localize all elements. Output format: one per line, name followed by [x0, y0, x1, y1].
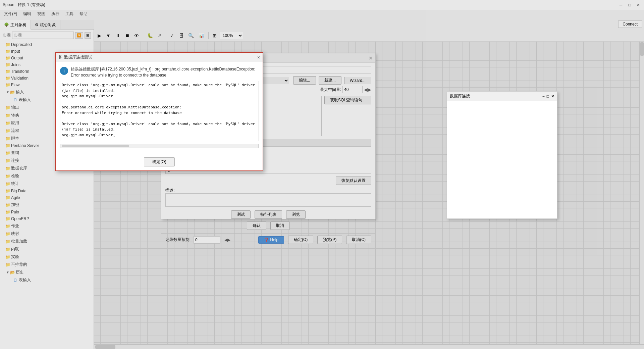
db-connection-dialog: 数据库连接 − □ ✕ [447, 91, 557, 219]
db-test-dialog: 🗄 数据库连接测试 × i 错误连接数据库 [@172.16.200.35,ju… [55, 52, 263, 171]
db-conn-content [451, 105, 553, 212]
db-test-exception1: org.pentaho.di.core.exception.KettleData… [62, 105, 257, 138]
db-test-title-text: 数据库连接测试 [64, 54, 92, 60]
db-conn-min-btn[interactable]: − [542, 94, 545, 99]
db-conn-body [447, 101, 557, 216]
horizontal-scrollbar[interactable] [60, 144, 259, 148]
db-test-ok-btn[interactable]: 确定(O) [144, 157, 174, 166]
db-test-close-btn[interactable]: × [257, 55, 260, 60]
db-conn-title: 数据库连接 [450, 93, 470, 99]
db-test-body: i 错误连接数据库 [@172.16.200.35,juzi_kfm_t] : … [56, 62, 263, 155]
info-icon: i [60, 67, 68, 75]
scrollbar-thumb [62, 145, 129, 147]
db-conn-close-btn[interactable]: ✕ [551, 94, 554, 99]
db-conn-placeholder [451, 105, 553, 110]
db-test-scroll[interactable]: Driver class 'org.gjt.mm.mysql.Driver' c… [60, 81, 259, 141]
db-conn-max-btn[interactable]: □ [547, 94, 549, 99]
db-conn-title-bar: 数据库连接 − □ ✕ [447, 92, 557, 101]
db-test-title-bar: 🗄 数据库连接测试 × [56, 53, 263, 62]
db-test-error-header: 错误连接数据库 [@172.16.200.35,juzi_kfm_t] : or… [71, 67, 255, 71]
db-test-footer: 确定(O) [56, 155, 263, 170]
db-test-driver-msg: Driver class 'org.gjt.mm.mysql.Driver' c… [62, 83, 257, 99]
db-test-main-msg: 错误连接数据库 [@172.16.200.35,juzi_kfm_t] : or… [71, 66, 255, 78]
db-icon: 🗄 [59, 55, 63, 60]
db-conn-controls: − □ ✕ [542, 94, 554, 99]
db-test-title: 🗄 数据库连接测试 [59, 54, 92, 60]
db-test-error-row: i 错误连接数据库 [@172.16.200.35,juzi_kfm_t] : … [60, 66, 259, 78]
db-test-error-line2: Error occurred while trying to connect t… [71, 73, 166, 78]
